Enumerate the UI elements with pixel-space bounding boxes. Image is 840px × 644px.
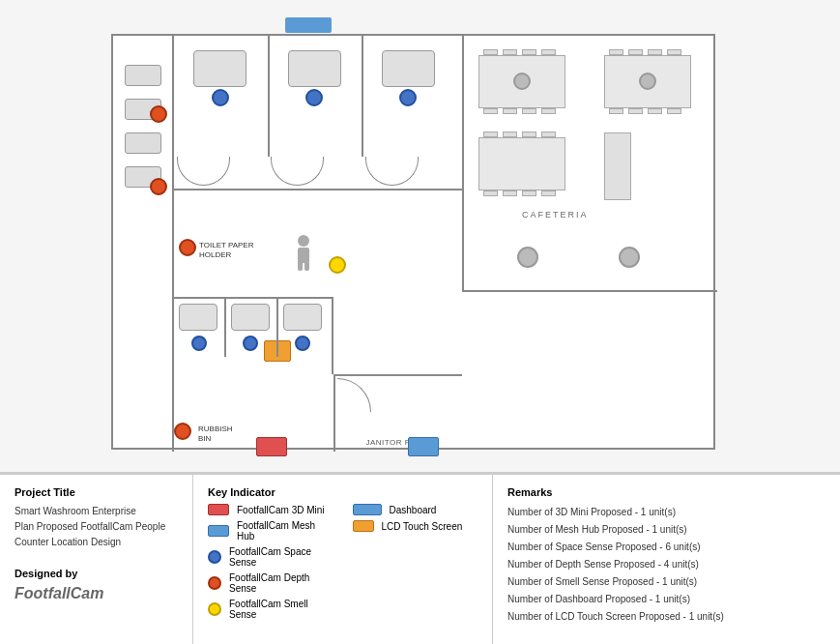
key-indicator-title: Key Indicator bbox=[208, 486, 478, 498]
key-smell-sense: FootfallCam Smell Sense bbox=[208, 599, 333, 620]
remarks-content: Number of 3D Mini Proposed - 1 unit(s) N… bbox=[507, 504, 826, 626]
key-indicator: Key Indicator FootfallCam 3D Mini Footfa… bbox=[193, 475, 493, 644]
depth-sensor-2 bbox=[150, 178, 167, 195]
left-column bbox=[113, 36, 174, 452]
svg-rect-1 bbox=[298, 248, 309, 263]
key-label-space-sense: FootfallCam Space Sense bbox=[229, 546, 333, 568]
space-sensor-5 bbox=[243, 336, 258, 351]
space-sensor-4 bbox=[191, 336, 207, 351]
footfallcam-logo: FootfallCam bbox=[14, 585, 178, 602]
3d-mini-sensor bbox=[256, 437, 287, 456]
svg-point-0 bbox=[298, 235, 309, 247]
key-label-3d-mini: FootfallCam 3D Mini bbox=[237, 505, 325, 515]
remarks-title: Remarks bbox=[507, 486, 826, 498]
toilet-5 bbox=[231, 304, 270, 331]
cafeteria: CAFETERIA bbox=[462, 36, 717, 292]
cafe-sensor-3 bbox=[517, 247, 538, 268]
svg-rect-3 bbox=[304, 261, 309, 271]
dashboard-indicator bbox=[285, 17, 332, 33]
remarks-panel: Remarks Number of 3D Mini Proposed - 1 u… bbox=[493, 475, 840, 644]
mesh-hub bbox=[408, 437, 439, 456]
project-title-label: Project Title bbox=[14, 486, 178, 498]
cafe-sensor-4 bbox=[619, 247, 640, 268]
janitor-room-label: JANITOR ROOM bbox=[340, 438, 456, 447]
door-arc-3 bbox=[365, 157, 419, 186]
counter bbox=[604, 132, 631, 200]
sink-1 bbox=[125, 65, 161, 86]
key-label-dashboard: Dashboard bbox=[390, 505, 437, 515]
key-dot-space-sense bbox=[208, 550, 221, 564]
cafe-sensor-1 bbox=[513, 73, 531, 90]
svg-rect-2 bbox=[298, 261, 303, 271]
janitor-room: JANITOR ROOM bbox=[333, 374, 462, 452]
space-sensor-3 bbox=[399, 89, 417, 106]
key-label-lcd: LCD Touch Screen bbox=[382, 521, 463, 532]
toilet-2 bbox=[288, 50, 341, 87]
floor-plan: TOILET PAPER HOLDER JANITOR ROOM bbox=[0, 0, 840, 474]
depth-sensor-1 bbox=[150, 105, 167, 123]
key-mesh-hub: FootfallCam Mesh Hub bbox=[208, 520, 333, 542]
toilet-6 bbox=[283, 304, 322, 331]
space-sensor-2 bbox=[305, 89, 323, 106]
key-label-smell-sense: FootfallCam Smell Sense bbox=[229, 599, 333, 620]
door-arc-2 bbox=[271, 157, 324, 186]
space-sensor-6 bbox=[295, 336, 310, 351]
key-space-sense: FootfallCam Space Sense bbox=[208, 546, 333, 568]
key-label-depth-sense: FootfallCam Depth Sense bbox=[229, 572, 333, 594]
key-dashboard: Dashboard bbox=[353, 504, 478, 515]
key-lcd: LCD Touch Screen bbox=[353, 520, 478, 532]
cafe-table-group-3 bbox=[478, 137, 565, 190]
toilet-1 bbox=[193, 50, 246, 87]
cafe-table-group-1 bbox=[478, 55, 565, 108]
door-arc-1 bbox=[177, 157, 230, 186]
key-label-mesh-hub: FootfallCam Mesh Hub bbox=[237, 520, 333, 542]
space-sensor-1 bbox=[212, 89, 229, 106]
janitor-door-arc bbox=[337, 378, 371, 412]
key-depth-sense: FootfallCam Depth Sense bbox=[208, 572, 333, 594]
key-dot-depth-sense bbox=[208, 576, 221, 590]
toilet-paper-label: TOILET PAPER HOLDER bbox=[199, 241, 255, 261]
info-panel: Project Title Smart Washroom Enterprise … bbox=[0, 474, 840, 644]
project-title: Smart Washroom Enterprise Plan Proposed … bbox=[14, 504, 178, 550]
key-swatch-3d-mini bbox=[208, 504, 229, 515]
rubbish-bin-label: RUBBISHBIN bbox=[198, 424, 233, 445]
sink-3 bbox=[125, 132, 161, 154]
key-dot-smell-sense bbox=[208, 602, 221, 616]
key-swatch-dashboard bbox=[353, 504, 382, 515]
designed-by-label: Designed by bbox=[14, 568, 178, 579]
cafe-sensor-2 bbox=[639, 73, 656, 90]
top-stalls bbox=[174, 36, 462, 190]
depth-sensor-4 bbox=[174, 423, 191, 440]
bottom-stalls bbox=[174, 297, 333, 374]
toilet-4 bbox=[179, 304, 217, 331]
key-swatch-mesh-hub bbox=[208, 525, 229, 537]
depth-sensor-3 bbox=[179, 239, 196, 256]
cafeteria-label: CAFETERIA bbox=[522, 210, 589, 220]
toilet-3 bbox=[382, 50, 435, 87]
key-3d-mini: FootfallCam 3D Mini bbox=[208, 504, 333, 515]
smell-sensor bbox=[329, 256, 346, 274]
project-info: Project Title Smart Washroom Enterprise … bbox=[0, 475, 193, 644]
person-icon bbox=[290, 234, 317, 273]
key-swatch-lcd bbox=[353, 520, 374, 532]
cafe-table-group-2 bbox=[604, 55, 691, 108]
